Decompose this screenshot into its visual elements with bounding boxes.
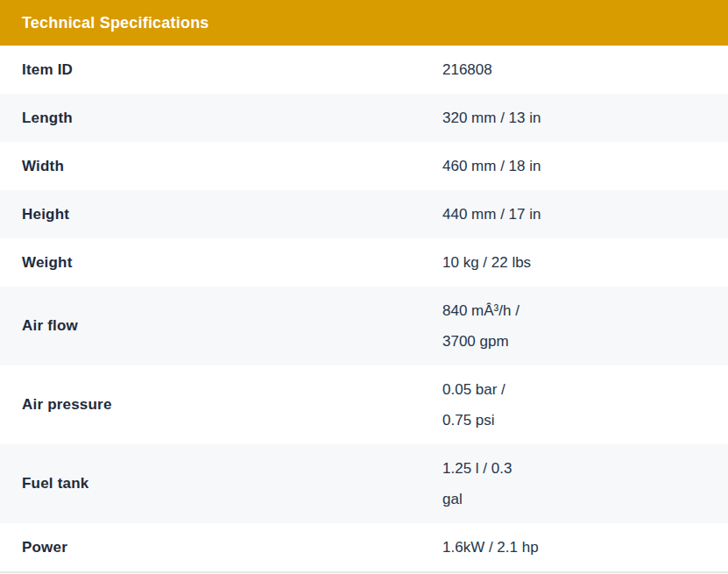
spec-value-line: 1.6kW / 2.1 hp	[442, 532, 728, 563]
spec-label: Air flow	[0, 317, 442, 335]
spec-value-line: gal	[442, 484, 728, 514]
spec-label: Fuel tank	[0, 475, 442, 493]
spec-label: Height	[0, 206, 442, 223]
spec-value: 1.25 l / 0.3gal	[442, 453, 728, 514]
spec-value-line: 1.25 l / 0.3	[442, 453, 728, 484]
spec-value-line: 10 kg / 22 lbs	[442, 247, 728, 278]
spec-value: 460 mm / 18 in	[442, 151, 728, 181]
spec-value: 216808	[442, 54, 728, 85]
spec-value: 440 mm / 17 in	[442, 199, 728, 230]
spec-value-line: 0.75 psi	[442, 405, 728, 436]
spec-row: Item ID 216808	[0, 46, 728, 94]
spec-label: Item ID	[0, 61, 442, 79]
spec-label: Width	[0, 158, 442, 175]
spec-table: Item ID 216808 Length 320 mm / 13 in Wid…	[0, 46, 728, 573]
technical-specifications-card: Technical Specifications Item ID 216808 …	[0, 0, 728, 574]
spec-value-line: 320 mm / 13 in	[442, 103, 728, 133]
spec-value-line: 3700 gpm	[442, 326, 728, 357]
spec-value-line: 216808	[442, 54, 728, 85]
spec-value: 10 kg / 22 lbs	[442, 247, 728, 278]
spec-label: Power	[0, 539, 442, 556]
spec-row: Power 1.6kW / 2.1 hp	[0, 523, 728, 571]
spec-value-line: 440 mm / 17 in	[442, 199, 728, 230]
table-header: Technical Specifications	[0, 0, 728, 46]
spec-label: Weight	[0, 254, 442, 272]
spec-row: Weight 10 kg / 22 lbs	[0, 238, 728, 287]
spec-row: Height 440 mm / 17 in	[0, 190, 728, 238]
spec-row: Width 460 mm / 18 in	[0, 142, 728, 190]
spec-value: 840 mÂ³/h /3700 gpm	[442, 295, 728, 357]
spec-value: 1.6kW / 2.1 hp	[442, 532, 728, 563]
spec-value: 0.05 bar /0.75 psi	[442, 374, 728, 436]
spec-label: Length	[0, 110, 442, 127]
spec-row: Length 320 mm / 13 in	[0, 94, 728, 142]
spec-label: Air pressure	[0, 396, 442, 414]
spec-row: Air pressure 0.05 bar /0.75 psi	[0, 365, 728, 444]
spec-value-line: 840 mÂ³/h /	[442, 295, 728, 326]
spec-row: Air flow 840 mÂ³/h /3700 gpm	[0, 287, 728, 365]
spec-value: 320 mm / 13 in	[442, 103, 728, 133]
spec-value-line: 0.05 bar /	[442, 374, 728, 405]
table-title: Technical Specifications	[22, 14, 209, 32]
spec-row: Fuel tank 1.25 l / 0.3gal	[0, 444, 728, 523]
spec-value-line: 460 mm / 18 in	[442, 151, 728, 181]
